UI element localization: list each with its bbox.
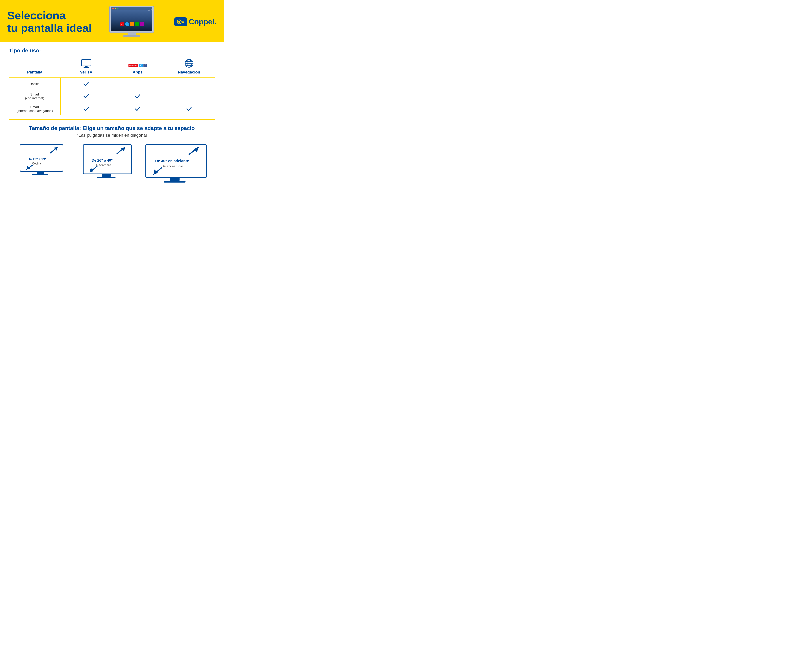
check-icon xyxy=(186,106,192,112)
smart-nav-vertv xyxy=(61,103,112,115)
col-header-vertv: Ver TV xyxy=(61,57,112,78)
screen-size-subtitle: *Las pulgadas se miden en diagonal xyxy=(9,133,215,138)
smart-nav-navegacion xyxy=(163,103,215,115)
svg-rect-12 xyxy=(123,35,140,37)
tv-medium-illustration: De 26" a 40" Recámara xyxy=(82,143,138,181)
title-line2: tu pantalla ideal xyxy=(7,22,92,34)
main-content: Tipo de uso: Pantalla Ver TV xyxy=(0,42,224,192)
svg-point-15 xyxy=(114,8,116,9)
svg-rect-9 xyxy=(135,22,139,26)
svg-rect-8 xyxy=(130,22,134,26)
basica-navegacion xyxy=(163,78,215,90)
table-row: Smart (internet con navegador ) xyxy=(9,103,215,115)
svg-rect-20 xyxy=(183,22,184,23)
svg-rect-50 xyxy=(170,177,180,181)
check-icon xyxy=(83,81,89,87)
tv-size-large: De 40" en adelante Sala y estudio xyxy=(144,143,211,185)
svg-rect-42 xyxy=(97,177,116,178)
col-header-apps: NETFLIX 𝕏 f Apps xyxy=(112,57,163,78)
pantalla-basica: Básica xyxy=(9,78,61,90)
globe-icon xyxy=(184,58,194,69)
facebook-icon: f xyxy=(143,64,147,67)
tv-small-illustration: De 19" a 23" Cocina xyxy=(18,143,69,177)
smart-nav-apps xyxy=(112,103,163,115)
svg-text:Cocina: Cocina xyxy=(32,162,41,165)
table-row: Básica xyxy=(9,78,215,90)
section-uso-title: Tipo de uso: xyxy=(9,47,215,54)
vertv-icon xyxy=(81,59,92,69)
table-row: Smart (con internet) xyxy=(9,90,215,103)
apps-icons: NETFLIX 𝕏 f xyxy=(128,64,147,67)
svg-rect-23 xyxy=(85,66,87,67)
svg-rect-32 xyxy=(37,171,44,174)
pantalla-smart-internet: Smart (con internet) xyxy=(9,90,61,103)
coppel-logo: Coppel. xyxy=(174,17,217,26)
title-line1: Selecciona xyxy=(7,9,66,22)
smart-internet-apps xyxy=(112,90,163,103)
pantalla-smart-navegador: Smart (internet con navegador ) xyxy=(9,103,61,115)
svg-rect-41 xyxy=(102,174,111,177)
check-icon xyxy=(83,93,89,99)
svg-rect-33 xyxy=(32,174,48,175)
svg-text:N: N xyxy=(121,24,122,25)
svg-text:De 19" a 23": De 19" a 23" xyxy=(27,158,47,161)
check-icon xyxy=(134,106,141,112)
basica-vertv xyxy=(61,78,112,90)
tv-sizes-row: De 19" a 23" Cocina xyxy=(9,143,215,185)
smart-internet-vertv xyxy=(61,90,112,103)
header: Selecciona tu pantalla ideal 4:06 PM N xyxy=(0,0,224,42)
svg-text:De 40" en adelante: De 40" en adelante xyxy=(155,159,189,163)
gold-divider xyxy=(9,119,215,120)
check-icon xyxy=(134,93,141,99)
svg-point-16 xyxy=(117,8,118,9)
comparison-table: Pantalla Ver TV xyxy=(9,57,215,115)
tv-large-illustration: De 40" en adelante Sala y estudio xyxy=(144,143,211,185)
header-title: Selecciona tu pantalla ideal xyxy=(7,9,92,34)
coppel-brand-name: Coppel. xyxy=(189,17,217,26)
screen-size-title: Tamaño de pantalla: Elige un tamaño que … xyxy=(9,125,215,131)
twitter-icon: 𝕏 xyxy=(139,64,143,67)
tv-illustration: 4:06 PM N 🐦 xyxy=(108,5,158,38)
svg-rect-11 xyxy=(128,33,136,35)
svg-rect-21 xyxy=(182,22,183,23)
tv-size-small: De 19" a 23" Cocina xyxy=(13,143,75,177)
col-header-navegacion: Navegación xyxy=(163,57,215,78)
svg-point-18 xyxy=(178,21,180,23)
svg-rect-10 xyxy=(140,22,144,26)
svg-text:De 26" a 40": De 26" a 40" xyxy=(92,158,113,162)
screen-size-section: Tamaño de pantalla: Elige un tamaño que … xyxy=(9,123,215,188)
basica-apps xyxy=(112,78,163,90)
tv-size-medium: De 26" a 40" Recámara xyxy=(78,143,141,181)
svg-rect-22 xyxy=(82,60,91,66)
header-tv-image: 4:06 PM N 🐦 xyxy=(92,5,174,38)
svg-text:Sala y estudio: Sala y estudio xyxy=(162,164,183,168)
svg-rect-2 xyxy=(111,7,152,31)
netflix-icon: NETFLIX xyxy=(128,64,138,67)
coppel-key-icon xyxy=(174,17,187,26)
svg-rect-51 xyxy=(164,181,186,182)
smart-internet-navegacion xyxy=(163,90,215,103)
check-icon xyxy=(83,106,89,112)
svg-text:Recámara: Recámara xyxy=(96,164,111,167)
col-header-pantalla: Pantalla xyxy=(9,57,61,78)
svg-point-14 xyxy=(112,8,114,9)
svg-text:🐦: 🐦 xyxy=(126,23,128,26)
svg-rect-24 xyxy=(84,67,89,68)
svg-rect-19 xyxy=(181,21,184,22)
